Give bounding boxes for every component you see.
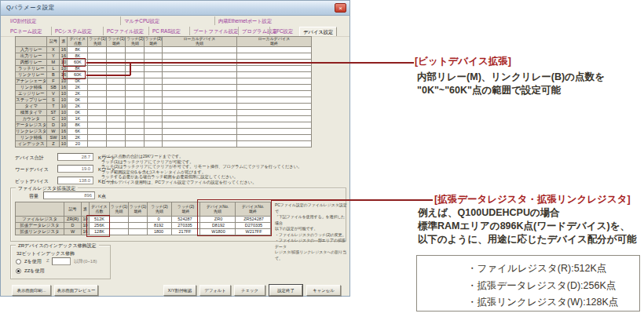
local-start-cell[interactable] bbox=[162, 53, 236, 60]
latch2-start-cell[interactable] bbox=[126, 47, 145, 53]
latch1-start-cell[interactable] bbox=[88, 129, 107, 135]
latch1-start-cell[interactable] bbox=[110, 217, 129, 223]
button-5[interactable]: 設定終了 bbox=[269, 285, 302, 296]
latch2-start-cell[interactable] bbox=[126, 141, 145, 148]
local-end-cell[interactable] bbox=[236, 53, 311, 60]
latch2-start-cell[interactable] bbox=[126, 129, 145, 135]
latch1-start-cell[interactable] bbox=[88, 122, 107, 129]
latch2-end-cell[interactable] bbox=[145, 122, 162, 129]
latch1-end-cell[interactable] bbox=[129, 217, 148, 223]
tab-0[interactable]: I/O割付設定 bbox=[7, 16, 40, 25]
latch1-start-cell[interactable] bbox=[88, 78, 107, 85]
local-end-cell[interactable] bbox=[236, 129, 311, 135]
local-end-cell[interactable] bbox=[236, 97, 311, 104]
button-1[interactable]: 表示画面プレビュー bbox=[54, 285, 98, 296]
latch1-end-cell[interactable] bbox=[107, 97, 126, 104]
local-start-cell[interactable] bbox=[162, 116, 236, 122]
latch2-end-cell[interactable] bbox=[145, 97, 162, 104]
local-start-cell[interactable] bbox=[162, 122, 236, 129]
device-points-cell[interactable]: 2K bbox=[68, 135, 88, 141]
local-start-cell[interactable] bbox=[162, 97, 236, 104]
device-points-cell[interactable]: 2K bbox=[68, 91, 88, 97]
device-points-cell[interactable]: 0K bbox=[68, 110, 88, 116]
latch1-end-cell[interactable] bbox=[107, 116, 126, 122]
latch1-start-cell[interactable] bbox=[88, 47, 107, 53]
latch2-end-cell[interactable] bbox=[145, 141, 162, 148]
button-6[interactable]: キャンセル bbox=[306, 285, 341, 296]
local-start-cell[interactable] bbox=[162, 141, 236, 148]
tab-1[interactable]: マルチCPU設定 bbox=[120, 16, 163, 25]
device-points-cell[interactable]: 8K bbox=[68, 122, 88, 129]
latch1-end-cell[interactable] bbox=[107, 135, 126, 141]
tab-0[interactable]: PCネーム設定 bbox=[7, 27, 46, 35]
button-0[interactable]: 表示画面印刷... bbox=[12, 285, 51, 296]
device-points-cell[interactable]: 20 bbox=[68, 141, 88, 148]
radio-use-z[interactable] bbox=[16, 259, 21, 264]
latch2-start-cell[interactable] bbox=[126, 122, 145, 129]
local-start-cell[interactable] bbox=[162, 78, 236, 85]
latch1-start-cell[interactable] bbox=[88, 85, 107, 91]
latch2-end-cell[interactable] bbox=[145, 116, 162, 122]
latch1-end-cell[interactable] bbox=[107, 66, 126, 72]
local-start-cell[interactable] bbox=[162, 72, 236, 78]
latch2-start-cell[interactable] bbox=[126, 104, 145, 110]
device-points-cell[interactable]: 2K bbox=[68, 104, 88, 110]
tab-6[interactable]: SFC設定 bbox=[269, 27, 296, 35]
latch1-start-cell[interactable] bbox=[88, 53, 107, 60]
latch2-end-cell[interactable] bbox=[145, 53, 162, 60]
radio-use-zz[interactable] bbox=[16, 268, 21, 274]
latch2-start-cell[interactable] bbox=[126, 66, 145, 72]
latch2-end-cell[interactable] bbox=[145, 104, 162, 110]
latch2-end-cell[interactable] bbox=[145, 47, 162, 53]
latch1-start-cell[interactable] bbox=[110, 229, 129, 235]
latch2-end-cell[interactable]: 217FF bbox=[172, 229, 200, 235]
local-end-cell[interactable] bbox=[236, 116, 311, 122]
latch1-end-cell[interactable] bbox=[107, 129, 126, 135]
capacity-field[interactable]: 896 bbox=[43, 191, 95, 199]
button-3[interactable]: デフォルト bbox=[199, 285, 231, 296]
latch2-end-cell[interactable] bbox=[145, 85, 162, 91]
local-end-cell[interactable] bbox=[236, 141, 311, 148]
button-2[interactable]: X/Y割付確認 bbox=[163, 285, 196, 296]
latch1-start-cell[interactable] bbox=[88, 97, 107, 104]
local-start-cell[interactable] bbox=[162, 85, 236, 91]
tab-4[interactable]: ブートファイル設定 bbox=[189, 27, 242, 35]
latch2-start-cell[interactable] bbox=[126, 91, 145, 97]
local-end-cell[interactable] bbox=[236, 66, 311, 72]
local-end-cell[interactable] bbox=[236, 135, 311, 141]
local-end-cell[interactable] bbox=[236, 72, 311, 78]
latch2-start-cell[interactable]: 1800 bbox=[148, 229, 172, 235]
button-4[interactable]: チェック bbox=[234, 285, 265, 296]
latch2-end-cell[interactable] bbox=[145, 110, 162, 116]
device-points-cell[interactable]: 1K bbox=[68, 116, 88, 122]
latch2-start-cell[interactable] bbox=[126, 78, 145, 85]
radio-use-z-label[interactable]: Zを使用 bbox=[24, 258, 42, 265]
latch2-end-cell[interactable] bbox=[145, 91, 162, 97]
local-start-cell[interactable] bbox=[162, 135, 236, 141]
tab-3[interactable]: PC RAS設定 bbox=[148, 27, 184, 35]
latch1-end-cell[interactable] bbox=[107, 141, 126, 148]
latch1-start-cell[interactable] bbox=[88, 110, 107, 116]
latch1-start-cell[interactable] bbox=[110, 223, 129, 229]
latch1-end-cell[interactable] bbox=[107, 85, 126, 91]
latch1-end-cell[interactable] bbox=[107, 110, 126, 116]
latch2-start-cell[interactable] bbox=[126, 97, 145, 104]
latch2-end-cell[interactable]: 270335 bbox=[172, 223, 200, 229]
latch1-end-cell[interactable] bbox=[107, 53, 126, 60]
local-end-cell[interactable] bbox=[236, 47, 311, 53]
latch1-start-cell[interactable] bbox=[88, 66, 107, 72]
latch1-end-cell[interactable] bbox=[107, 47, 126, 53]
device-points-cell[interactable]: 2K bbox=[68, 85, 88, 91]
latch2-start-cell[interactable] bbox=[126, 116, 145, 122]
device-points-cell[interactable]: 6K bbox=[68, 129, 88, 135]
local-end-cell[interactable] bbox=[236, 122, 311, 129]
latch2-end-cell[interactable] bbox=[145, 66, 162, 72]
latch2-end-cell[interactable]: 524287 bbox=[172, 217, 200, 223]
close-icon[interactable]: × bbox=[335, 3, 346, 13]
device-points-cell[interactable]: 0K bbox=[68, 97, 88, 104]
local-end-cell[interactable] bbox=[236, 91, 311, 97]
latch1-start-cell[interactable] bbox=[88, 135, 107, 141]
latch1-end-cell[interactable] bbox=[107, 78, 126, 85]
latch2-start-cell[interactable] bbox=[126, 85, 145, 91]
latch1-start-cell[interactable] bbox=[88, 91, 107, 97]
